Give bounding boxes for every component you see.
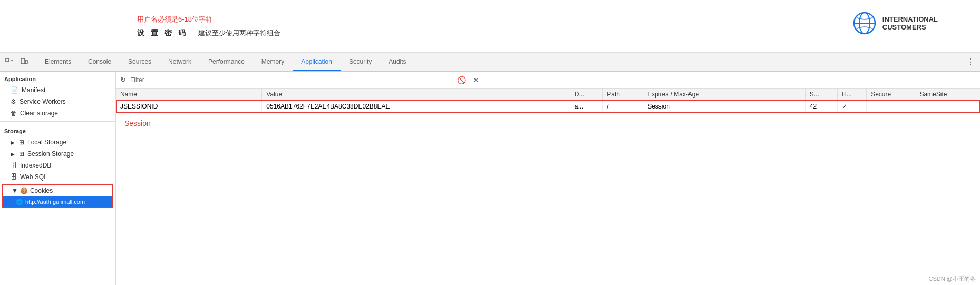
cell-samesite xyxy=(915,101,980,113)
cell-size: 42 xyxy=(805,101,838,113)
intl-title1: INTERNATIONAL xyxy=(882,15,938,23)
filter-clear-btn[interactable]: 🚫 xyxy=(455,74,468,86)
session-storage-label: Session Storage xyxy=(27,150,74,158)
sidebar-item-session-storage[interactable]: ▶ ⊞ Session Storage xyxy=(0,148,115,160)
intl-customers-section: INTERNATIONAL CUSTOMERS xyxy=(852,11,938,36)
local-storage-icon: ⊞ xyxy=(19,139,24,146)
service-workers-icon: ⚙ xyxy=(11,98,16,105)
csdn-watermark: CSDN @小王的冬 xyxy=(929,275,976,283)
table-header: Name Value D... Path Expires / Max-Age S… xyxy=(116,89,980,101)
tab-performance[interactable]: Performance xyxy=(200,53,253,71)
password-hint: 建议至少使用两种字符组合 xyxy=(198,28,280,38)
cell-name: JSESSIONID xyxy=(116,101,262,113)
th-name[interactable]: Name xyxy=(116,89,262,101)
manifest-icon: 📄 xyxy=(11,86,18,94)
cell-value: 0516AB1762F7E2AE4BA8C38DE02B8EAE xyxy=(262,101,570,113)
cookies-icon: 🍪 xyxy=(20,187,28,194)
sidebar-item-service-workers[interactable]: ⚙ Service Workers xyxy=(0,96,115,107)
cookies-arrow: ▼ xyxy=(12,187,18,194)
tab-application[interactable]: Application xyxy=(293,53,341,71)
sidebar-item-cookies-url[interactable]: 🌐 http://auth.gulimall.com xyxy=(3,196,112,207)
tab-memory[interactable]: Memory xyxy=(253,53,293,71)
tab-network[interactable]: Network xyxy=(160,53,200,71)
tab-security[interactable]: Security xyxy=(341,53,380,71)
websql-label: Web SQL xyxy=(20,173,47,181)
sidebar-item-indexeddb[interactable]: 🗄 IndexedDB xyxy=(0,160,115,171)
filter-bar: ↻ 🚫 ✕ xyxy=(116,72,980,89)
th-path[interactable]: Path xyxy=(603,89,643,101)
filter-close-btn[interactable]: ✕ xyxy=(470,74,482,86)
toolbar-end: ⋮ xyxy=(963,55,978,70)
password-label: 设 置 密 码 xyxy=(137,28,188,38)
cell-http: ✓ xyxy=(838,101,867,113)
cell-domain: a... xyxy=(570,101,603,113)
cookies-url-icon: 🌐 xyxy=(16,199,23,205)
globe-icon xyxy=(852,11,877,36)
more-options-btn[interactable]: ⋮ xyxy=(963,55,978,70)
cookies-section-bordered: ▼ 🍪 Cookies 🌐 http://auth.gulimall.com xyxy=(2,184,113,208)
sidebar-divider-1 xyxy=(0,121,115,122)
th-size[interactable]: S... xyxy=(805,89,838,101)
table-row[interactable]: JSESSIONID 0516AB1762F7E2AE4BA8C38DE02B8… xyxy=(116,101,980,113)
validation-message: 用户名必须是6-18位字符 xyxy=(137,15,843,24)
manifest-label: Manifest xyxy=(22,86,45,94)
filter-input[interactable] xyxy=(130,76,447,84)
devtools-tabs: Elements Console Sources Network Perform… xyxy=(36,53,963,71)
websql-icon: 🗄 xyxy=(11,173,17,181)
local-storage-label: Local Storage xyxy=(27,139,66,146)
cookies-table: Name Value D... Path Expires / Max-Age S… xyxy=(116,89,980,113)
sidebar-item-clear-storage[interactable]: 🗑 Clear storage xyxy=(0,107,115,119)
sidebar-item-websql[interactable]: 🗄 Web SQL xyxy=(0,171,115,183)
session-storage-arrow: ▶ xyxy=(11,151,15,157)
clear-storage-icon: 🗑 xyxy=(11,110,17,117)
sidebar-item-cookies[interactable]: ▼ 🍪 Cookies xyxy=(3,185,112,196)
devtools-body: Application 📄 Manifest ⚙ Service Workers… xyxy=(0,72,980,285)
sidebar-section-application: Application xyxy=(0,72,115,84)
devtools-toolbar: Elements Console Sources Network Perform… xyxy=(0,53,980,72)
session-label: Session xyxy=(116,113,980,132)
sidebar-item-manifest[interactable]: 📄 Manifest xyxy=(0,84,115,96)
cell-secure xyxy=(867,101,915,113)
session-storage-icon: ⊞ xyxy=(19,150,24,158)
tab-audits[interactable]: Audits xyxy=(380,53,414,71)
device-toolbar-btn[interactable] xyxy=(17,55,32,70)
local-storage-arrow: ▶ xyxy=(11,140,15,145)
table-body: JSESSIONID 0516AB1762F7E2AE4BA8C38DE02B8… xyxy=(116,101,980,113)
main-panel: ↻ 🚫 ✕ Name Value D... Path xyxy=(116,72,980,285)
clear-storage-label: Clear storage xyxy=(20,110,58,117)
cookies-url-label: http://auth.gulimall.com xyxy=(25,199,85,205)
sidebar-item-local-storage[interactable]: ▶ ⊞ Local Storage xyxy=(0,136,115,148)
inspect-element-btn[interactable] xyxy=(2,55,17,70)
service-workers-label: Service Workers xyxy=(20,98,66,105)
tab-sources[interactable]: Sources xyxy=(120,53,160,71)
th-http[interactable]: H... xyxy=(838,89,867,101)
devtools-panel: Elements Console Sources Network Perform… xyxy=(0,53,980,285)
svg-rect-6 xyxy=(25,60,27,64)
indexeddb-label: IndexedDB xyxy=(20,162,51,169)
svg-rect-3 xyxy=(6,58,9,62)
th-domain[interactable]: D... xyxy=(570,89,603,101)
toolbar-divider-1 xyxy=(34,57,34,67)
filter-end-btns: 🚫 ✕ xyxy=(455,74,482,86)
filter-refresh-btn[interactable]: ↻ xyxy=(120,76,126,84)
th-expires[interactable]: Expires / Max-Age xyxy=(643,89,806,101)
tab-console[interactable]: Console xyxy=(80,53,120,71)
webpage-area: 用户名必须是6-18位字符 设 置 密 码 建议至少使用两种字符组合 INTER… xyxy=(0,0,980,53)
th-samesite[interactable]: SameSite xyxy=(915,89,980,101)
intl-title2: CUSTOMERS xyxy=(882,23,938,31)
cookies-table-area: Name Value D... Path Expires / Max-Age S… xyxy=(116,89,980,285)
sidebar: Application 📄 Manifest ⚙ Service Workers… xyxy=(0,72,116,285)
tab-elements[interactable]: Elements xyxy=(36,53,80,71)
intl-text: INTERNATIONAL CUSTOMERS xyxy=(882,15,938,31)
webpage-content: 用户名必须是6-18位字符 设 置 密 码 建议至少使用两种字符组合 xyxy=(0,9,980,43)
cookies-label: Cookies xyxy=(30,187,53,194)
indexeddb-icon: 🗄 xyxy=(11,162,17,169)
cell-path: / xyxy=(603,101,643,113)
svg-rect-5 xyxy=(21,58,25,64)
th-value[interactable]: Value xyxy=(262,89,570,101)
cell-expires: Session xyxy=(643,101,806,113)
sidebar-section-storage: Storage xyxy=(0,124,115,136)
th-secure[interactable]: Secure xyxy=(867,89,915,101)
